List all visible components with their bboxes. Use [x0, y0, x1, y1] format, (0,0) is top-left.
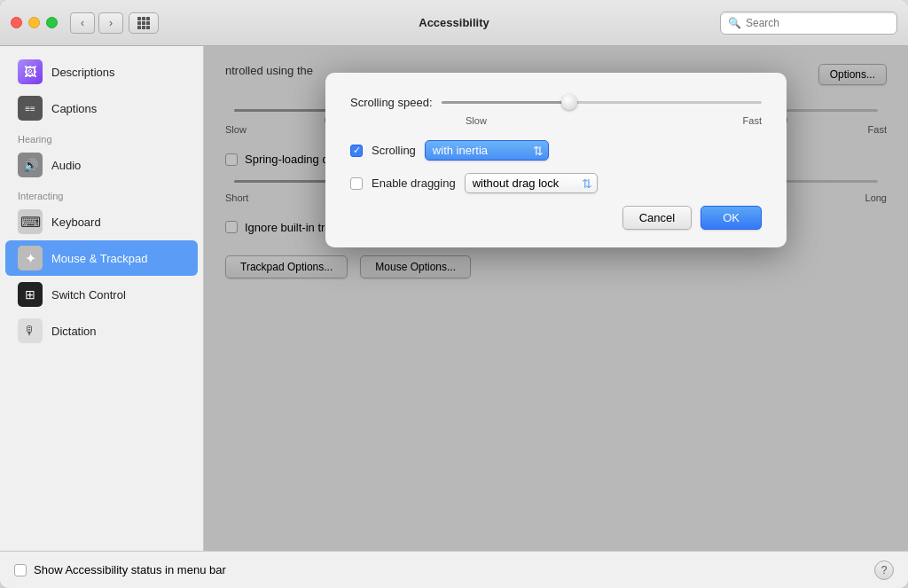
modal-speed-slider-thumb[interactable]	[561, 94, 577, 110]
keyboard-icon: ⌨	[18, 209, 43, 234]
modal-speed-slider-track[interactable]	[442, 94, 763, 110]
section-interacting: Interacting	[0, 184, 203, 203]
window-title: Accessibility	[419, 16, 489, 29]
sidebar-label-descriptions: Descriptions	[51, 66, 115, 79]
accessibility-status-label: Show Accessibility status in menu bar	[34, 563, 226, 576]
modal-speed-fill	[442, 101, 570, 104]
enable-dragging-label: Enable dragging	[372, 176, 456, 190]
modal-slow-label: Slow	[466, 115, 487, 126]
section-hearing: Hearing	[0, 127, 203, 146]
switch-control-icon: ⊞	[18, 282, 43, 307]
sidebar-item-mouse-trackpad[interactable]: ✦ Mouse & Trackpad	[5, 240, 198, 276]
sidebar-item-switch-control[interactable]: ⊞ Switch Control	[5, 277, 198, 312]
scrolling-checkbox[interactable]: ✓	[350, 145, 363, 157]
search-icon: 🔍	[728, 17, 741, 29]
audio-icon: 🔊	[18, 153, 43, 177]
accessibility-status-row: Show Accessibility status in menu bar	[14, 563, 226, 576]
sidebar-label-dictation: Dictation	[51, 325, 97, 338]
main-window: ‹ › Accessibility 🔍 🖼 Descriptions ≡≡	[0, 0, 908, 588]
scrolling-select-wrapper: with inertia without inertia ⇅	[425, 140, 549, 161]
close-button[interactable]	[11, 17, 22, 28]
scrolling-speed-label: Scrolling speed:	[350, 96, 433, 109]
captions-icon: ≡≡	[18, 96, 43, 121]
search-input[interactable]	[746, 17, 889, 29]
help-button[interactable]: ?	[874, 561, 894, 580]
checkmark-icon: ✓	[353, 145, 361, 155]
mouse-trackpad-icon: ✦	[18, 246, 43, 270]
forward-button[interactable]: ›	[98, 12, 123, 34]
sidebar-label-audio: Audio	[51, 159, 81, 172]
modal-scrolling-option-row: ✓ Scrolling with inertia without inertia…	[350, 140, 762, 161]
back-button[interactable]: ‹	[70, 12, 95, 34]
sidebar-item-audio[interactable]: 🔊 Audio	[5, 147, 198, 183]
sidebar-item-descriptions[interactable]: 🖼 Descriptions	[5, 54, 198, 90]
sidebar-label-captions: Captions	[51, 102, 97, 115]
ok-button[interactable]: OK	[701, 206, 762, 230]
modal-panel: Scrolling speed: Slow Fast	[325, 73, 787, 247]
sidebar-item-keyboard[interactable]: ⌨ Keyboard	[5, 204, 198, 239]
modal-scrolling-speed-row: Scrolling speed: Slow Fast	[350, 94, 762, 126]
scrolling-select[interactable]: with inertia without inertia	[425, 140, 549, 161]
minimize-button[interactable]	[28, 17, 40, 28]
modal-dragging-option-row: Enable dragging without drag lock with d…	[350, 173, 762, 193]
dictation-icon: 🎙	[18, 318, 43, 343]
dragging-select-wrapper: without drag lock with drag lock three f…	[465, 173, 598, 193]
sidebar: 🖼 Descriptions ≡≡ Captions Hearing 🔊 Aud…	[0, 46, 204, 551]
traffic-lights	[11, 17, 58, 28]
sidebar-label-mouse-trackpad: Mouse & Trackpad	[51, 252, 147, 265]
right-panel: ntrolled using the Options... Slow Fast	[204, 46, 908, 551]
sidebar-label-switch-control: Switch Control	[51, 288, 126, 302]
accessibility-status-checkbox[interactable]	[14, 564, 27, 576]
sidebar-label-keyboard: Keyboard	[51, 216, 101, 229]
descriptions-icon: 🖼	[18, 59, 43, 84]
modal-overlay: Scrolling speed: Slow Fast	[204, 46, 908, 551]
titlebar: ‹ › Accessibility 🔍	[0, 0, 908, 46]
maximize-button[interactable]	[46, 17, 58, 28]
sidebar-item-dictation[interactable]: 🎙 Dictation	[5, 313, 198, 349]
grid-button[interactable]	[129, 12, 159, 34]
dragging-select[interactable]: without drag lock with drag lock three f…	[465, 173, 598, 193]
modal-speed-slider-line	[442, 101, 763, 104]
enable-dragging-checkbox[interactable]	[350, 177, 363, 190]
modal-fast-label: Fast	[743, 115, 762, 126]
modal-buttons: Cancel OK	[350, 206, 762, 230]
nav-buttons: ‹ ›	[70, 12, 123, 34]
grid-icon	[137, 17, 150, 29]
cancel-button[interactable]: Cancel	[622, 206, 692, 230]
sidebar-item-captions[interactable]: ≡≡ Captions	[5, 90, 198, 126]
bottom-bar: Show Accessibility status in menu bar ?	[0, 551, 908, 588]
search-box[interactable]: 🔍	[720, 12, 897, 35]
scrolling-label: Scrolling	[372, 144, 416, 157]
main-content: 🖼 Descriptions ≡≡ Captions Hearing 🔊 Aud…	[0, 46, 908, 551]
